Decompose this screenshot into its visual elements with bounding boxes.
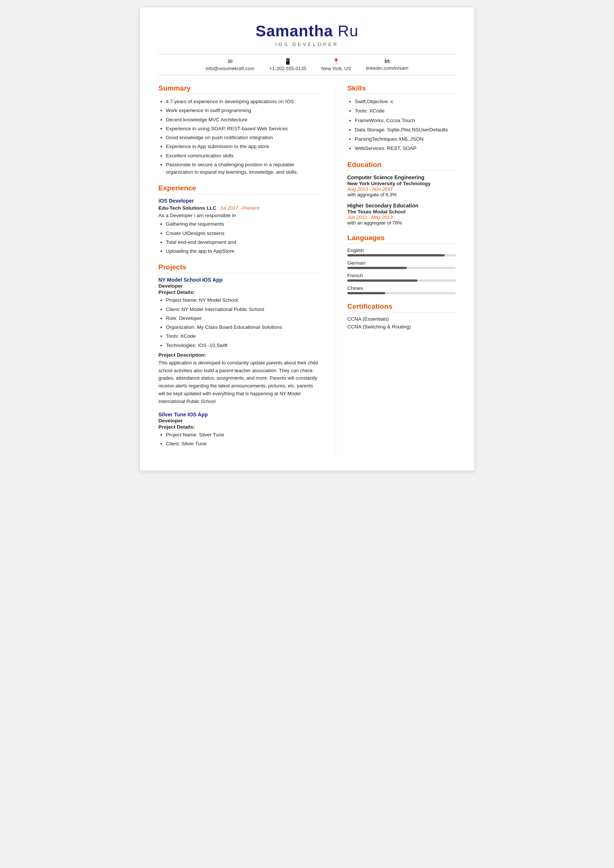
education-aggregate: with aggregate of 6.3% bbox=[347, 192, 456, 197]
summary-item: Experience in App submission to the app … bbox=[166, 143, 321, 150]
languages-container: EnglishGermanFrenchChines bbox=[347, 248, 456, 294]
contact-bar: ✉ info@resumekraft.com 📱 +1-202-555-0135… bbox=[159, 54, 456, 75]
language-bar-fill bbox=[347, 292, 385, 294]
left-column: Summary 4.7 years of experience in devel… bbox=[159, 84, 321, 456]
experience-responsibilities: Gathering the requirmentsCreate UIDesign… bbox=[159, 220, 321, 255]
project-details-list: Project Name: Silver TuneClient: Silver … bbox=[159, 431, 321, 448]
main-content: Summary 4.7 years of experience in devel… bbox=[159, 84, 456, 456]
experience-section: Experience iOS DeveloperEdu-Tech Solutio… bbox=[159, 184, 321, 255]
experience-title: Experience bbox=[159, 184, 321, 194]
education-aggregate: with an aggregate of 78% bbox=[347, 220, 456, 226]
language-bar-background bbox=[347, 279, 456, 282]
education-container: Computer Science EngineeringNew York Uni… bbox=[347, 174, 456, 226]
skill-item: ParsingTechniques:XML,JSON bbox=[355, 135, 456, 143]
education-title: Education bbox=[347, 161, 456, 171]
skill-item: Swift,Objective -c bbox=[355, 98, 456, 105]
candidate-name: Samantha Ru bbox=[159, 22, 456, 40]
education-date: Jun 2011 - May 2013 bbox=[347, 214, 456, 220]
resume-container: Samantha Ru IOS DEVELOPER ✉ info@resumek… bbox=[140, 8, 474, 471]
experience-container: iOS DeveloperEdu-Tech Solutions LLC Jul … bbox=[159, 198, 321, 255]
project-name: Silver Tune IOS App bbox=[159, 412, 321, 417]
responsibility-item: Total end-end development and bbox=[166, 239, 321, 246]
job-title: IOS DEVELOPER bbox=[159, 42, 456, 47]
education-entry: Computer Science EngineeringNew York Uni… bbox=[347, 174, 456, 197]
skill-item: WebServices: REST, SOAP bbox=[355, 145, 456, 152]
education-degree: Higher Secondary Education bbox=[347, 203, 456, 209]
project-desc-text: This application is developed to constan… bbox=[159, 359, 321, 406]
project-desc-label: Project Description: bbox=[159, 352, 321, 358]
project-detail-item: Project Name: NY Model School bbox=[166, 296, 321, 304]
project-details-list: Project Name: NY Model SchoolClient: NY … bbox=[159, 296, 321, 349]
summary-item: Passionate to secure a challenging posit… bbox=[166, 161, 321, 176]
language-name: French bbox=[347, 273, 456, 278]
language-item: German bbox=[347, 260, 456, 269]
skills-section: Skills Swift,Objective -cTools: XCodeFra… bbox=[347, 84, 456, 152]
projects-title: Projects bbox=[159, 263, 321, 273]
language-name: Chines bbox=[347, 285, 456, 291]
education-degree: Computer Science Engineering bbox=[347, 174, 456, 180]
certifications-title: Certifications bbox=[347, 302, 456, 313]
project-detail-item: Client: Silver Tune bbox=[166, 440, 321, 448]
last-name: Ru bbox=[338, 22, 358, 40]
right-column: Skills Swift,Objective -cTools: XCodeFra… bbox=[336, 84, 456, 456]
language-bar-background bbox=[347, 267, 456, 269]
languages-section: Languages EnglishGermanFrenchChines bbox=[347, 234, 456, 294]
first-name: Samantha bbox=[256, 22, 333, 40]
summary-item: Good knowledge on push notification inte… bbox=[166, 134, 321, 141]
project-detail-item: Organization: My Class Board Educational… bbox=[166, 324, 321, 331]
skills-list: Swift,Objective -cTools: XCodeFrameWorks… bbox=[347, 98, 456, 152]
summary-title: Summary bbox=[159, 84, 321, 94]
summary-item: 4.7 years of experience in developing ap… bbox=[166, 98, 321, 105]
skill-item: FrameWorks: Cccoa Touch bbox=[355, 117, 456, 124]
language-bar-fill bbox=[347, 279, 418, 282]
linkedin-value: linkedin.com/in/sam bbox=[366, 65, 408, 71]
language-name: English bbox=[347, 248, 456, 253]
project-role: Developer bbox=[159, 418, 321, 423]
certifications-section: Certifications CCNA (Essentials)CCNA (Sw… bbox=[347, 302, 456, 330]
project-detail-item: Role: Developer bbox=[166, 315, 321, 322]
phone-icon: 📱 bbox=[284, 58, 292, 65]
responsibility-item: Create UIDesigns screens bbox=[166, 230, 321, 237]
project-entry: Silver Tune IOS AppDeveloperProject Deta… bbox=[159, 412, 321, 448]
project-detail-item: Tools: XCode bbox=[166, 333, 321, 340]
project-details-label: Project Details: bbox=[159, 290, 321, 295]
projects-container: NY Model School IOS AppDeveloperProject … bbox=[159, 277, 321, 448]
experience-company-line: Edu-Tech Solutions LLC Jul 2017 - Presen… bbox=[159, 205, 321, 211]
location-icon: 📍 bbox=[333, 58, 340, 65]
project-detail-item: Technologies: IOS -10,Swift bbox=[166, 342, 321, 349]
projects-section: Projects NY Model School IOS AppDevelope… bbox=[159, 263, 321, 448]
education-school: The Texas Modal School bbox=[347, 209, 456, 214]
project-detail-item: Client: NY Model International Public Sc… bbox=[166, 306, 321, 313]
education-section: Education Computer Science EngineeringNe… bbox=[347, 161, 456, 226]
skills-title: Skills bbox=[347, 84, 456, 94]
summary-section: Summary 4.7 years of experience in devel… bbox=[159, 84, 321, 176]
email-contact: ✉ info@resumekraft.com bbox=[206, 58, 255, 71]
phone-contact: 📱 +1-202-555-0135 bbox=[269, 58, 306, 71]
language-item: French bbox=[347, 273, 456, 282]
skill-item: Data Storage: Sqlite,Plist,NSUserDefault… bbox=[355, 126, 456, 133]
project-detail-item: Project Name: Silver Tune bbox=[166, 431, 321, 439]
email-icon: ✉ bbox=[228, 58, 233, 65]
summary-item: Decent knowledge MVC Architecture bbox=[166, 116, 321, 124]
responsibility-item: Uploading the app to AppStore bbox=[166, 248, 321, 255]
project-details-label: Project Details: bbox=[159, 424, 321, 430]
certification-item: CCNA (Switching & Routing) bbox=[347, 324, 456, 330]
education-date: Aug 2013 - Nov 2017 bbox=[347, 186, 456, 192]
summary-item: Work experience in swift programming bbox=[166, 107, 321, 114]
email-value: info@resumekraft.com bbox=[206, 66, 255, 71]
experience-role: iOS Developer bbox=[159, 198, 321, 204]
linkedin-icon: in bbox=[384, 58, 390, 65]
responsibility-item: Gathering the requirments bbox=[166, 220, 321, 228]
project-entry: NY Model School IOS AppDeveloperProject … bbox=[159, 277, 321, 405]
phone-value: +1-202-555-0135 bbox=[269, 66, 306, 71]
education-school: New York University of Technology bbox=[347, 181, 456, 186]
skill-item: Tools: XCode bbox=[355, 107, 456, 115]
language-bar-background bbox=[347, 292, 456, 294]
resume-header: Samantha Ru IOS DEVELOPER bbox=[159, 22, 456, 47]
summary-item: Experience in using SOAP, REST-based Web… bbox=[166, 125, 321, 132]
language-item: English bbox=[347, 248, 456, 256]
project-role: Developer bbox=[159, 283, 321, 289]
location-value: New York, US bbox=[321, 66, 351, 71]
project-name: NY Model School IOS App bbox=[159, 277, 321, 283]
experience-company: Edu-Tech Solutions LLC bbox=[159, 205, 216, 211]
